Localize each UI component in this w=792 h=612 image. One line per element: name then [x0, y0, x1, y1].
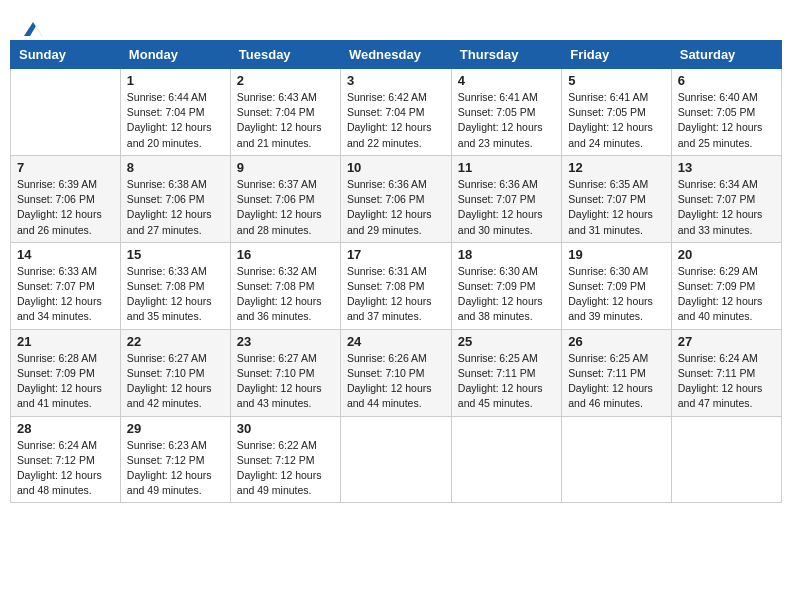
- day-info: Sunrise: 6:33 AM Sunset: 7:08 PM Dayligh…: [127, 264, 224, 325]
- day-number: 20: [678, 247, 775, 262]
- day-number: 16: [237, 247, 334, 262]
- calendar-cell: [671, 416, 781, 503]
- calendar-cell: 12Sunrise: 6:35 AM Sunset: 7:07 PM Dayli…: [562, 155, 672, 242]
- calendar-cell: [451, 416, 561, 503]
- day-number: 30: [237, 421, 334, 436]
- day-number: 19: [568, 247, 665, 262]
- calendar-cell: 10Sunrise: 6:36 AM Sunset: 7:06 PM Dayli…: [340, 155, 451, 242]
- day-info: Sunrise: 6:39 AM Sunset: 7:06 PM Dayligh…: [17, 177, 114, 238]
- day-number: 24: [347, 334, 445, 349]
- calendar-cell: 19Sunrise: 6:30 AM Sunset: 7:09 PM Dayli…: [562, 242, 672, 329]
- day-info: Sunrise: 6:31 AM Sunset: 7:08 PM Dayligh…: [347, 264, 445, 325]
- calendar-cell: 13Sunrise: 6:34 AM Sunset: 7:07 PM Dayli…: [671, 155, 781, 242]
- calendar-cell: 27Sunrise: 6:24 AM Sunset: 7:11 PM Dayli…: [671, 329, 781, 416]
- day-number: 8: [127, 160, 224, 175]
- day-number: 18: [458, 247, 555, 262]
- logo: [20, 20, 44, 30]
- day-number: 23: [237, 334, 334, 349]
- calendar-cell: 14Sunrise: 6:33 AM Sunset: 7:07 PM Dayli…: [11, 242, 121, 329]
- day-number: 9: [237, 160, 334, 175]
- day-info: Sunrise: 6:24 AM Sunset: 7:11 PM Dayligh…: [678, 351, 775, 412]
- weekday-header-saturday: Saturday: [671, 41, 781, 69]
- day-info: Sunrise: 6:25 AM Sunset: 7:11 PM Dayligh…: [458, 351, 555, 412]
- day-info: Sunrise: 6:27 AM Sunset: 7:10 PM Dayligh…: [127, 351, 224, 412]
- calendar-cell: 25Sunrise: 6:25 AM Sunset: 7:11 PM Dayli…: [451, 329, 561, 416]
- day-number: 17: [347, 247, 445, 262]
- day-number: 25: [458, 334, 555, 349]
- day-number: 11: [458, 160, 555, 175]
- day-info: Sunrise: 6:41 AM Sunset: 7:05 PM Dayligh…: [458, 90, 555, 151]
- day-number: 14: [17, 247, 114, 262]
- day-number: 5: [568, 73, 665, 88]
- day-info: Sunrise: 6:43 AM Sunset: 7:04 PM Dayligh…: [237, 90, 334, 151]
- day-number: 12: [568, 160, 665, 175]
- calendar-cell: 6Sunrise: 6:40 AM Sunset: 7:05 PM Daylig…: [671, 69, 781, 156]
- day-info: Sunrise: 6:30 AM Sunset: 7:09 PM Dayligh…: [458, 264, 555, 325]
- calendar-cell: 24Sunrise: 6:26 AM Sunset: 7:10 PM Dayli…: [340, 329, 451, 416]
- day-number: 26: [568, 334, 665, 349]
- weekday-header-tuesday: Tuesday: [230, 41, 340, 69]
- calendar-cell: [11, 69, 121, 156]
- day-info: Sunrise: 6:38 AM Sunset: 7:06 PM Dayligh…: [127, 177, 224, 238]
- weekday-header-wednesday: Wednesday: [340, 41, 451, 69]
- day-info: Sunrise: 6:28 AM Sunset: 7:09 PM Dayligh…: [17, 351, 114, 412]
- calendar-cell: 1Sunrise: 6:44 AM Sunset: 7:04 PM Daylig…: [120, 69, 230, 156]
- calendar-cell: 29Sunrise: 6:23 AM Sunset: 7:12 PM Dayli…: [120, 416, 230, 503]
- day-number: 27: [678, 334, 775, 349]
- calendar-cell: 28Sunrise: 6:24 AM Sunset: 7:12 PM Dayli…: [11, 416, 121, 503]
- calendar-cell: 17Sunrise: 6:31 AM Sunset: 7:08 PM Dayli…: [340, 242, 451, 329]
- calendar-cell: 8Sunrise: 6:38 AM Sunset: 7:06 PM Daylig…: [120, 155, 230, 242]
- day-info: Sunrise: 6:27 AM Sunset: 7:10 PM Dayligh…: [237, 351, 334, 412]
- weekday-header-thursday: Thursday: [451, 41, 561, 69]
- calendar-cell: 7Sunrise: 6:39 AM Sunset: 7:06 PM Daylig…: [11, 155, 121, 242]
- calendar-cell: 21Sunrise: 6:28 AM Sunset: 7:09 PM Dayli…: [11, 329, 121, 416]
- calendar-cell: 30Sunrise: 6:22 AM Sunset: 7:12 PM Dayli…: [230, 416, 340, 503]
- day-info: Sunrise: 6:37 AM Sunset: 7:06 PM Dayligh…: [237, 177, 334, 238]
- day-number: 1: [127, 73, 224, 88]
- weekday-header-sunday: Sunday: [11, 41, 121, 69]
- calendar-cell: 16Sunrise: 6:32 AM Sunset: 7:08 PM Dayli…: [230, 242, 340, 329]
- calendar-cell: 18Sunrise: 6:30 AM Sunset: 7:09 PM Dayli…: [451, 242, 561, 329]
- calendar-cell: 5Sunrise: 6:41 AM Sunset: 7:05 PM Daylig…: [562, 69, 672, 156]
- day-number: 4: [458, 73, 555, 88]
- day-info: Sunrise: 6:30 AM Sunset: 7:09 PM Dayligh…: [568, 264, 665, 325]
- weekday-header-monday: Monday: [120, 41, 230, 69]
- weekday-header-friday: Friday: [562, 41, 672, 69]
- calendar-cell: 23Sunrise: 6:27 AM Sunset: 7:10 PM Dayli…: [230, 329, 340, 416]
- calendar-cell: 11Sunrise: 6:36 AM Sunset: 7:07 PM Dayli…: [451, 155, 561, 242]
- day-number: 29: [127, 421, 224, 436]
- day-number: 21: [17, 334, 114, 349]
- day-info: Sunrise: 6:22 AM Sunset: 7:12 PM Dayligh…: [237, 438, 334, 499]
- calendar-table: SundayMondayTuesdayWednesdayThursdayFrid…: [10, 40, 782, 503]
- logo-icon: [22, 20, 44, 38]
- calendar-cell: 15Sunrise: 6:33 AM Sunset: 7:08 PM Dayli…: [120, 242, 230, 329]
- day-info: Sunrise: 6:44 AM Sunset: 7:04 PM Dayligh…: [127, 90, 224, 151]
- day-info: Sunrise: 6:26 AM Sunset: 7:10 PM Dayligh…: [347, 351, 445, 412]
- page-header: [10, 10, 782, 35]
- calendar-cell: 22Sunrise: 6:27 AM Sunset: 7:10 PM Dayli…: [120, 329, 230, 416]
- day-number: 6: [678, 73, 775, 88]
- day-number: 3: [347, 73, 445, 88]
- day-info: Sunrise: 6:35 AM Sunset: 7:07 PM Dayligh…: [568, 177, 665, 238]
- day-number: 13: [678, 160, 775, 175]
- day-info: Sunrise: 6:40 AM Sunset: 7:05 PM Dayligh…: [678, 90, 775, 151]
- day-info: Sunrise: 6:29 AM Sunset: 7:09 PM Dayligh…: [678, 264, 775, 325]
- day-number: 2: [237, 73, 334, 88]
- day-number: 10: [347, 160, 445, 175]
- day-info: Sunrise: 6:42 AM Sunset: 7:04 PM Dayligh…: [347, 90, 445, 151]
- calendar-cell: 2Sunrise: 6:43 AM Sunset: 7:04 PM Daylig…: [230, 69, 340, 156]
- calendar-cell: [562, 416, 672, 503]
- day-number: 15: [127, 247, 224, 262]
- day-info: Sunrise: 6:36 AM Sunset: 7:07 PM Dayligh…: [458, 177, 555, 238]
- calendar-cell: 3Sunrise: 6:42 AM Sunset: 7:04 PM Daylig…: [340, 69, 451, 156]
- day-number: 22: [127, 334, 224, 349]
- calendar-cell: [340, 416, 451, 503]
- calendar-cell: 4Sunrise: 6:41 AM Sunset: 7:05 PM Daylig…: [451, 69, 561, 156]
- day-info: Sunrise: 6:34 AM Sunset: 7:07 PM Dayligh…: [678, 177, 775, 238]
- day-info: Sunrise: 6:33 AM Sunset: 7:07 PM Dayligh…: [17, 264, 114, 325]
- day-info: Sunrise: 6:32 AM Sunset: 7:08 PM Dayligh…: [237, 264, 334, 325]
- calendar-cell: 9Sunrise: 6:37 AM Sunset: 7:06 PM Daylig…: [230, 155, 340, 242]
- day-info: Sunrise: 6:23 AM Sunset: 7:12 PM Dayligh…: [127, 438, 224, 499]
- day-info: Sunrise: 6:41 AM Sunset: 7:05 PM Dayligh…: [568, 90, 665, 151]
- day-info: Sunrise: 6:25 AM Sunset: 7:11 PM Dayligh…: [568, 351, 665, 412]
